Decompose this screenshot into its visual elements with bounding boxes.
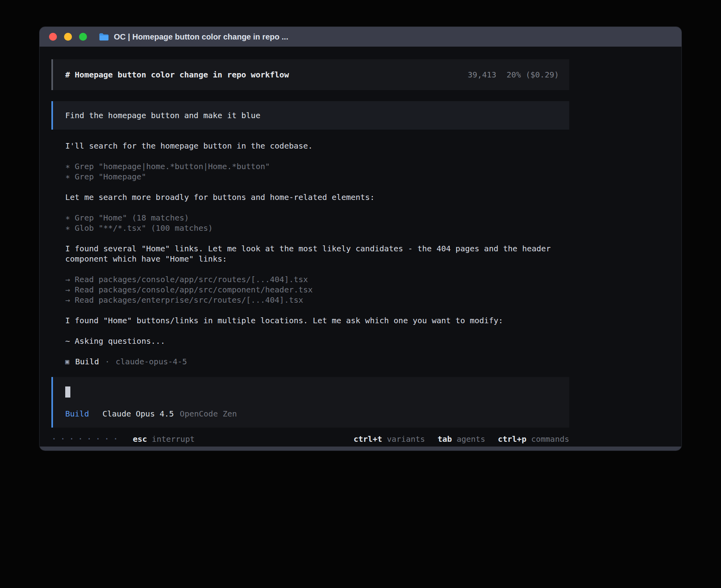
window-bottom-edge bbox=[40, 447, 681, 450]
status-bar-right: ctrl+t variants tab agents ctrl+p comman… bbox=[353, 434, 569, 444]
terminal-window: OC | Homepage button color change in rep… bbox=[40, 27, 681, 450]
shortcut-label: commands bbox=[531, 434, 569, 444]
shortcut-label: agents bbox=[457, 434, 485, 444]
context-usage-cost: 20% ($0.29) bbox=[507, 70, 559, 79]
shortcut-label: variants bbox=[387, 434, 425, 444]
user-message: Find the homepage button and make it blu… bbox=[51, 101, 569, 130]
esc-key-label: interrupt bbox=[152, 434, 194, 444]
maximize-window-button[interactable] bbox=[79, 33, 87, 41]
status-bar: ········ esc interrupt ctrl+t variants t… bbox=[51, 434, 569, 444]
tool-call-read: → Read packages/console/app/src/routes/[… bbox=[65, 274, 569, 285]
assistant-text: Let me search more broadly for buttons a… bbox=[65, 192, 557, 202]
tool-call-group: ∗ Grep "homepage|home.*button|Home.*butt… bbox=[65, 161, 569, 182]
separator-dot: · bbox=[105, 356, 109, 367]
window-title: OC | Homepage button color change in rep… bbox=[114, 32, 288, 41]
status-bar-left: ········ esc interrupt bbox=[51, 434, 194, 444]
shortcut-agents: tab agents bbox=[438, 434, 485, 444]
input-meta-row: Build Claude Opus 4.5 OpenCode Zen bbox=[65, 409, 569, 419]
assistant-text: I found "Home" buttons/links in multiple… bbox=[65, 315, 557, 326]
tool-call-grep: ∗ Grep "Homepage" bbox=[65, 172, 569, 182]
tool-call-grep: ∗ Grep "Home" (18 matches) bbox=[65, 213, 569, 223]
session-header: # Homepage button color change in repo w… bbox=[51, 59, 569, 90]
folder-icon bbox=[99, 33, 109, 41]
spinner-dots: ········ bbox=[51, 434, 122, 444]
agent-model: claude-opus-4-5 bbox=[116, 356, 187, 367]
window-title-group: OC | Homepage button color change in rep… bbox=[99, 32, 288, 41]
tool-call-grep: ∗ Grep "homepage|home.*button|Home.*butt… bbox=[65, 161, 569, 172]
prompt-input[interactable]: Build Claude Opus 4.5 OpenCode Zen bbox=[51, 377, 569, 428]
model-name: Claude Opus 4.5 bbox=[102, 409, 174, 419]
agent-mode-badge[interactable]: Build bbox=[65, 409, 89, 419]
shortcut-key: tab bbox=[438, 434, 452, 444]
assistant-text: I'll search for the homepage button in t… bbox=[65, 141, 557, 151]
shortcut-commands: ctrl+p commands bbox=[498, 434, 569, 444]
esc-key-hint: esc bbox=[133, 434, 147, 444]
titlebar: OC | Homepage button color change in rep… bbox=[40, 27, 681, 47]
shortcut-key: ctrl+p bbox=[498, 434, 526, 444]
model-provider: OpenCode Zen bbox=[180, 409, 237, 419]
session-title: # Homepage button color change in repo w… bbox=[65, 70, 289, 79]
user-message-text: Find the homepage button and make it blu… bbox=[65, 111, 260, 120]
assistant-text: I found several "Home" links. Let me loo… bbox=[65, 243, 557, 264]
shortcut-variants: ctrl+t variants bbox=[353, 434, 425, 444]
agent-icon: ▣ bbox=[65, 356, 69, 367]
agent-name: Build bbox=[75, 356, 99, 367]
text-cursor bbox=[65, 386, 70, 398]
shortcut-key: ctrl+t bbox=[353, 434, 382, 444]
tool-call-glob: ∗ Glob "**/*.tsx" (100 matches) bbox=[65, 223, 569, 233]
close-window-button[interactable] bbox=[49, 33, 57, 41]
token-count: 39,413 bbox=[468, 70, 496, 79]
status-line: ~ Asking questions... bbox=[65, 336, 557, 346]
tool-call-group: ∗ Grep "Home" (18 matches) ∗ Glob "**/*.… bbox=[65, 213, 569, 233]
tool-call-read: → Read packages/enterprise/src/routes/[.… bbox=[65, 295, 569, 305]
shortcut-interrupt: esc interrupt bbox=[133, 434, 195, 444]
terminal-content: # Homepage button color change in repo w… bbox=[51, 59, 569, 444]
tool-call-read: → Read packages/console/app/src/componen… bbox=[65, 285, 569, 295]
session-stats: 39,413 20% ($0.29) bbox=[468, 70, 559, 79]
minimize-window-button[interactable] bbox=[64, 33, 72, 41]
conversation: I'll search for the homepage button in t… bbox=[51, 141, 569, 367]
traffic-lights bbox=[49, 33, 87, 41]
tool-call-group: → Read packages/console/app/src/routes/[… bbox=[65, 274, 569, 305]
agent-status-line: ▣ Build · claude-opus-4-5 bbox=[65, 356, 569, 367]
